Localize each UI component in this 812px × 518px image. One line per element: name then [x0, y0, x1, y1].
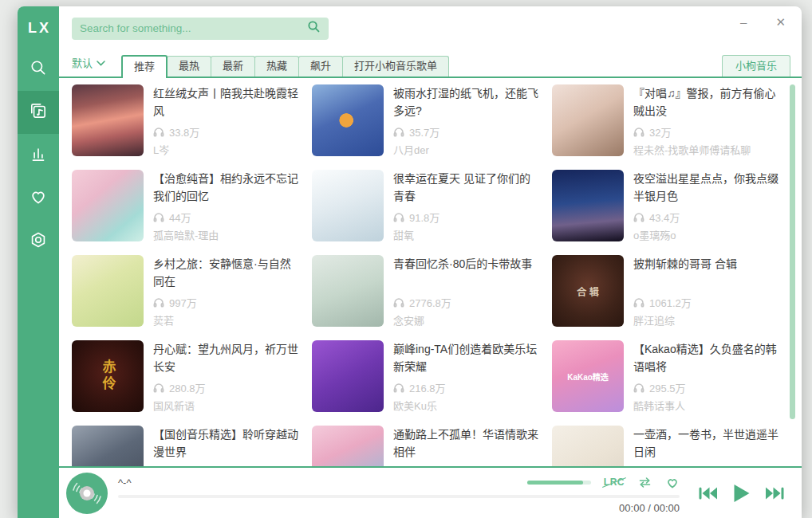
- playlist-info: 【Kakao精选】久负盛名的韩语唱将295.5万酷韩话事人: [633, 340, 781, 412]
- titlebar: – ✕: [59, 6, 802, 50]
- play-mode-loop-icon[interactable]: [637, 476, 652, 489]
- play-count-value: 216.8万: [409, 380, 446, 395]
- playlist-play-count: 35.7万: [393, 126, 541, 139]
- playback-controls: [689, 482, 790, 504]
- playlist-title: 丹心赋：望九州风月，祈万世长安: [153, 340, 301, 376]
- playlist-title: 【治愈纯音】相约永远不忘记我们的回忆: [153, 170, 301, 206]
- playlist-author: 欧美Ku乐: [393, 398, 541, 412]
- sidebar-item-songlists[interactable]: [18, 91, 59, 134]
- desktop-lyrics-toggle-icon[interactable]: LRC: [604, 477, 625, 488]
- playlist-info: 乡村之旅：安静惬意·与自然同在997万荬若: [153, 255, 301, 327]
- playlist-play-count: 44万: [153, 211, 301, 224]
- playlist-info: 通勤路上不孤单！华语情歌来相伴: [393, 426, 541, 466]
- playlist-author: 荬若: [153, 312, 301, 327]
- playlist-author: 酷韩话事人: [633, 398, 781, 412]
- playlist-card[interactable]: 乡村之旅：安静惬意·与自然同在997万荬若: [72, 255, 301, 327]
- app-window: LX: [18, 6, 802, 518]
- progress-bar[interactable]: [118, 495, 680, 498]
- source-select-dropdown[interactable]: 默认: [72, 55, 105, 70]
- playlist-card[interactable]: 巅峰ing-TA们创造着欧美乐坛新荣耀216.8万欧美Ku乐: [312, 340, 541, 412]
- playlist-cover: [552, 426, 624, 466]
- playlist-card[interactable]: 青春回忆杀·80后的卡带故事2776.8万念安娜: [312, 255, 541, 327]
- sidebar-item-search[interactable]: [18, 48, 59, 91]
- sidebar-item-settings[interactable]: [18, 220, 59, 263]
- playlist-cover: [72, 170, 144, 241]
- tab-item[interactable]: 推荐: [121, 55, 168, 78]
- playlist-info: 被雨水打湿的纸飞机，还能飞多远?35.7万八月der: [393, 84, 541, 156]
- play-count-value: 35.7万: [409, 124, 440, 139]
- volume-slider[interactable]: [527, 481, 591, 485]
- playlist-title: 一壶酒，一卷书，半世逍遥半日闲: [633, 426, 781, 463]
- playlist-title: 红丝绒女声丨陪我共赴晚霞轻风: [153, 84, 301, 120]
- playlist-card[interactable]: 很幸运在夏天 见证了你们的青春91.8万甜氧: [312, 170, 541, 241]
- playlist-title: 【国创音乐精选】聆听穿越动漫世界: [153, 426, 301, 463]
- tab-item[interactable]: 热藏: [254, 56, 299, 77]
- close-button[interactable]: ✕: [775, 16, 786, 28]
- search-icon: [29, 58, 48, 80]
- previous-track-button[interactable]: [696, 484, 719, 503]
- playlist-cover: [72, 426, 144, 466]
- playlist-info: 巅峰ing-TA们创造着欧美乐坛新荣耀216.8万欧美Ku乐: [393, 340, 541, 412]
- playlist-author: 八月der: [393, 142, 541, 156]
- next-track-button[interactable]: [763, 484, 787, 503]
- playlist-card[interactable]: 合 辑披荆斩棘的哥哥 合辑1061.2万胖汪追综: [552, 255, 781, 327]
- search-input[interactable]: [80, 22, 307, 34]
- search-icon[interactable]: [307, 20, 321, 37]
- app-logo: LX: [26, 20, 51, 37]
- playlist-author: 程未然-找歌单师傅请私聊: [633, 142, 781, 156]
- player-bar: ^-^ LRC 00:00 / 00:00: [59, 466, 802, 518]
- search-box[interactable]: [72, 18, 329, 40]
- tab-item[interactable]: 最新: [211, 56, 255, 77]
- playlist-cover: [312, 340, 384, 412]
- tab-item[interactable]: 飙升: [298, 56, 343, 77]
- tab-item[interactable]: 打开小枸音乐歌单: [342, 56, 449, 77]
- playlist-cover: [72, 84, 144, 156]
- playlist-cover: 合 辑: [552, 255, 624, 327]
- tab-source-xiaogou[interactable]: 小枸音乐: [722, 55, 790, 77]
- playlist-card[interactable]: 夜空溢出星星点点，你我点缀半银月色43.4万o墨璃殇o: [552, 170, 781, 241]
- music-square-icon: [29, 101, 48, 124]
- chevron-down-icon: [97, 57, 105, 69]
- play-count-value: 32万: [649, 124, 671, 139]
- tab-item[interactable]: 最热: [167, 56, 211, 77]
- headphone-icon: [633, 212, 644, 222]
- sidebar-item-favorites[interactable]: [18, 177, 59, 220]
- playlist-card[interactable]: 【国创音乐精选】聆听穿越动漫世界: [72, 426, 301, 466]
- playlist-card[interactable]: 通勤路上不孤单！华语情歌来相伴: [312, 426, 541, 466]
- playlist-card[interactable]: 『对唱♫』警报，前方有偷心贼出没32万程未然-找歌单师傅请私聊: [552, 84, 781, 156]
- headphone-icon: [393, 127, 404, 137]
- playlist-card[interactable]: 红丝绒女声丨陪我共赴晚霞轻风33.8万L岑: [72, 84, 301, 156]
- album-disc-icon[interactable]: [65, 472, 108, 515]
- window-controls: – ✕: [740, 16, 786, 28]
- playlist-info: 丹心赋：望九州风月，祈万世长安280.8万国风新语: [153, 340, 301, 412]
- playlist-play-count: 280.8万: [153, 382, 301, 394]
- playlist-info: 夜空溢出星星点点，你我点缀半银月色43.4万o墨璃殇o: [633, 170, 781, 241]
- bar-chart-icon: [29, 144, 48, 167]
- play-count-value: 295.5万: [649, 380, 686, 395]
- playlist-card[interactable]: 被雨水打湿的纸飞机，还能飞多远?35.7万八月der: [312, 84, 541, 156]
- cover-text: 赤伶: [98, 359, 118, 393]
- playlist-author: o墨璃殇o: [633, 227, 781, 241]
- favorite-song-icon[interactable]: [665, 476, 680, 489]
- sidebar-item-leaderboard[interactable]: [18, 134, 59, 177]
- headphone-icon: [393, 212, 404, 222]
- playlist-card[interactable]: KaKao精选【Kakao精选】久负盛名的韩语唱将295.5万酷韩话事人: [552, 340, 781, 412]
- play-button[interactable]: [731, 482, 751, 504]
- volume-fill: [527, 481, 583, 485]
- playlist-title: 被雨水打湿的纸飞机，还能飞多远?: [393, 84, 541, 120]
- playlist-play-count: 2776.8万: [393, 296, 541, 309]
- playlist-card[interactable]: 【治愈纯音】相约永远不忘记我们的回忆44万孤高暗默-理由: [72, 170, 301, 241]
- sidebar: LX: [18, 6, 59, 518]
- source-select-label: 默认: [72, 55, 93, 70]
- playlist-card[interactable]: 赤伶丹心赋：望九州风月，祈万世长安280.8万国风新语: [72, 340, 301, 412]
- playlist-title: 【Kakao精选】久负盛名的韩语唱将: [633, 340, 781, 376]
- playlist-card[interactable]: 一壶酒，一卷书，半世逍遥半日闲: [552, 426, 781, 466]
- playlist-play-count: 295.5万: [633, 382, 781, 394]
- playlist-cover: 赤伶: [72, 340, 144, 412]
- playlist-play-count: 91.8万: [393, 211, 541, 224]
- playlist-title: 乡村之旅：安静惬意·与自然同在: [153, 255, 301, 291]
- playlist-cover: KaKao精选: [552, 340, 624, 412]
- minimize-button[interactable]: –: [740, 16, 747, 28]
- settings-icon: [29, 230, 48, 253]
- scrollbar-thumb[interactable]: [790, 84, 795, 419]
